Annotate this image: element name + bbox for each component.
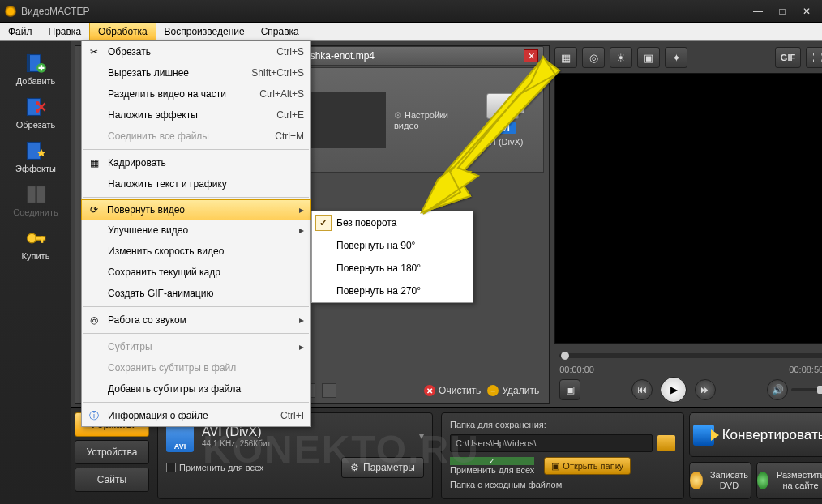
menu-help[interactable]: Справка [253,23,307,40]
ts-brightness-icon[interactable]: ☀ [610,47,632,68]
rotate-270[interactable]: Повернуть на 270° [312,280,473,302]
preset-text: AVI (DivX) [482,137,524,147]
menu-gif[interactable]: Создать GIF-анимацию [82,283,310,304]
menu-process[interactable]: Обработка [89,23,156,40]
svg-rect-6 [28,143,41,160]
save-card: Папка для сохранения: C:\Users\Hp\Videos… [441,412,684,499]
menu-split[interactable]: Разделить видео на частиCtrl+Alt+S [82,83,310,105]
chevron-right-icon: ▸ [299,314,304,326]
sidebar-effects-label: Эффекты [15,164,56,173]
minimize-button[interactable]: — [747,4,768,19]
menu-trim[interactable]: Вырезать лишнееShift+Ctrl+S [82,62,310,83]
sidebar-crop[interactable]: Обрезать [0,92,71,133]
save-srcfolder-checkbox[interactable]: Папка с исходным файлом [450,480,675,489]
file-row[interactable]: ⚙ Настройки видео AVI AVI (DivX) [296,67,544,173]
sidebar-buy[interactable]: Купить [0,224,71,264]
menu-crop-frame[interactable]: ▦Кадрировать [82,152,310,173]
menu-speed[interactable]: Изменить скорость видео [82,241,310,262]
sidebar-add[interactable]: Добавить [0,49,71,89]
maximize-button[interactable]: □ [772,4,793,19]
format-applyall-checkbox[interactable]: Применить для всех [166,463,263,472]
browse-folder-button[interactable] [657,435,675,451]
menu-file[interactable]: Файл [0,23,41,40]
play-button[interactable]: ▶ [661,377,687,403]
next-button[interactable]: ⏭ [695,379,716,400]
preview-toolstrip: ▦ ◎ ☀ ▣ ✦ GIF ⛶ [554,45,822,70]
ts-effects-icon[interactable]: ◎ [582,47,605,68]
ts-crop-icon[interactable]: ▦ [554,47,577,68]
time-current: 00:00:00 [559,365,594,374]
save-label: Папка для сохранения: [450,420,675,429]
convert-icon [693,425,714,446]
menu-enhance[interactable]: Улучшение видео▸ [82,220,310,241]
process-menu: ✂ОбрезатьCtrl+S Вырезать лишнееShift+Ctr… [81,41,311,427]
rotate-180[interactable]: Повернуть на 180° [312,257,473,280]
playback-controls: ▣ ⏮ ▶ ⏭ 🔊 [554,376,822,404]
menu-rotate-video[interactable]: ⟳Повернуть видео▸ [81,199,311,220]
burn-dvd-button[interactable]: Записать DVD [689,462,751,499]
rotate-icon: ⟳ [87,203,101,217]
film-star-icon [24,139,47,162]
view-grid-icon[interactable] [322,383,336,398]
snapshot-button[interactable]: ▣ [559,379,580,400]
video-preview[interactable] [554,73,822,344]
preview-panel: ▦ ◎ ☀ ▣ ✦ GIF ⛶ 00:00:00 00:08:50 [554,45,822,404]
menu-save-subs: Сохранить субтитры в файл [82,357,310,378]
crop-frame-icon: ▦ [87,156,101,170]
save-applyall-checkbox[interactable]: ✓Применить для всех [450,457,534,475]
menu-save-frame[interactable]: Сохранить текущий кадр [82,262,310,283]
menu-audio[interactable]: ◎Работа со звуком▸ [82,310,310,331]
checked-icon: ✓ [315,215,332,231]
open-folder-button[interactable]: ▣Открыть папку [544,457,631,475]
menu-crop-video[interactable]: ✂ОбрезатьCtrl+S [82,41,310,62]
time-duration: 00:08:50 [789,365,822,374]
remove-button[interactable]: −Удалить [487,385,539,396]
sidebar-join-label: Соединить [13,207,58,217]
menu-overlay[interactable]: Наложить текст и графику [82,173,310,194]
svg-rect-1 [28,55,31,72]
volume-slider[interactable] [791,388,822,391]
left-sidebar: Добавить Обрезать Эффекты Соединить Купи… [0,41,71,504]
chevron-right-icon: ▸ [299,204,304,216]
file-header[interactable]: roshka-enot.mp4 ✕ [296,46,544,66]
volume-button[interactable]: 🔊 [767,379,788,400]
ts-gif-button[interactable]: GIF [775,47,801,68]
file-preset[interactable]: AVI AVI (DivX) [462,93,543,147]
timeline[interactable] [554,347,822,365]
menu-subtitles: Субтитры▸ [82,336,310,357]
ts-cropframe-icon[interactable]: ▣ [637,47,660,68]
ts-speed-icon[interactable]: ✦ [665,47,687,68]
svg-rect-8 [36,186,45,203]
publish-web-button[interactable]: Разместить на сайте [756,462,822,499]
parameters-button[interactable]: ⚙Параметры [341,457,424,478]
tab-devices[interactable]: Устройства [75,440,149,464]
disc-icon: ◎ [87,313,101,327]
menu-add-subs[interactable]: Добавить субтитры из файла [82,378,310,399]
timeline-knob[interactable] [561,352,569,360]
menu-bar: Файл Правка Обработка Воспроизведение Сп… [0,23,822,41]
menu-playback[interactable]: Воспроизведение [156,23,253,40]
menu-apply-effects[interactable]: Наложить эффектыCtrl+E [82,105,310,126]
convert-button[interactable]: Конвертировать [689,412,822,457]
sidebar-effects[interactable]: Эффекты [0,136,71,177]
menu-file-info[interactable]: ⓘИнформация о файлеCtrl+I [82,405,310,426]
action-column: Конвертировать Записать DVD Разместить н… [689,412,822,499]
save-path[interactable]: C:\Users\Hp\Videos\ [450,434,653,452]
sidebar-buy-label: Купить [22,251,50,261]
tab-sites[interactable]: Сайты [75,468,149,492]
rotate-none[interactable]: ✓Без поворота [312,211,473,234]
file-settings-label[interactable]: Настройки видео [394,110,448,130]
rotate-submenu: ✓Без поворота Повернуть на 90° Повернуть… [311,211,473,303]
rotate-90[interactable]: Повернуть на 90° [312,234,473,257]
file-close-button[interactable]: ✕ [524,49,538,62]
clear-button[interactable]: ✕Очистить [424,385,481,396]
globe-icon [757,472,768,489]
remove-icon: − [487,385,499,396]
sidebar-add-label: Добавить [16,76,56,86]
prev-button[interactable]: ⏮ [631,379,653,400]
ts-fullscreen-icon[interactable]: ⛶ [806,47,822,68]
svg-rect-11 [41,237,43,243]
title-bar: ВидеоМАСТЕР — □ ✕ [0,0,822,23]
menu-edit[interactable]: Правка [41,23,90,40]
close-button[interactable]: ✕ [796,4,817,19]
